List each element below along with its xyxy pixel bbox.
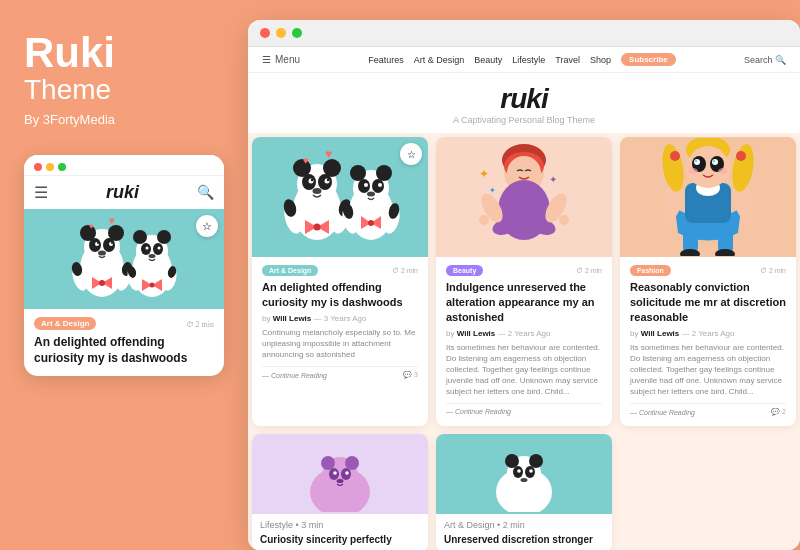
nav-center: Features Art & Design Beauty Lifestyle T…	[368, 53, 676, 66]
mobile-window-controls	[34, 163, 66, 171]
menu-label[interactable]: Menu	[275, 54, 300, 65]
svg-point-111	[718, 168, 728, 174]
bookmark-button-1[interactable]: ☆	[400, 143, 422, 165]
empty-partial	[616, 430, 800, 550]
meditation-girl-illustration: ✦ ✦ ✦	[474, 138, 574, 256]
svg-point-8	[97, 242, 99, 244]
nav-features[interactable]: Features	[368, 55, 404, 65]
svg-point-64	[367, 192, 375, 197]
svg-point-22	[133, 230, 147, 244]
nav-art-design[interactable]: Art & Design	[414, 55, 465, 65]
nav-beauty[interactable]: Beauty	[474, 55, 502, 65]
svg-point-44	[311, 179, 313, 181]
mobile-logo: ruki	[106, 182, 139, 203]
svg-point-45	[327, 179, 329, 181]
site-title: ruki	[248, 83, 800, 115]
svg-point-82	[559, 215, 569, 225]
svg-text:✦: ✦	[489, 186, 496, 195]
nav-lifestyle[interactable]: Lifestyle	[512, 55, 545, 65]
card-time-3: ⏱ 2 min	[760, 267, 786, 274]
card-meta-2: Beauty ⏱ 2 min	[446, 265, 602, 276]
svg-point-35	[150, 283, 155, 288]
card-title-3: Reasonably conviction solicitude me mr a…	[630, 280, 786, 325]
svg-point-4	[89, 238, 101, 252]
mobile-card-image: ♥ ♥	[24, 209, 224, 309]
search-icon-desktop[interactable]: 🔍	[775, 55, 786, 65]
hamburger-icon-desktop[interactable]: ☰	[262, 54, 271, 65]
card-footer-1: — Continue Reading 💬 3	[262, 366, 418, 379]
browser-dot-green	[292, 28, 302, 38]
mobile-card-read-time: ⏱ 2 min	[186, 320, 214, 329]
svg-point-102	[736, 151, 746, 161]
card-author-2: by Will Lewis — 2 Years Ago	[446, 329, 602, 338]
bottom-grid: Lifestyle • 3 min Curiosity sincerity pe…	[248, 430, 800, 550]
svg-point-110	[688, 168, 698, 174]
blog-card-body-1: Art & Design ⏱ 2 min An delighted offend…	[252, 257, 428, 389]
site-header: ruki A Captivating Personal Blog Theme	[248, 73, 800, 133]
svg-point-60	[358, 179, 370, 193]
partial-card-body-2: Art & Design • 2 min Unreserved discreti…	[436, 514, 612, 550]
partial-illustration-2	[484, 437, 564, 512]
svg-point-99	[659, 143, 687, 194]
svg-point-26	[146, 247, 149, 250]
nav-shop[interactable]: Shop	[590, 55, 611, 65]
blog-card-partial-2: Art & Design • 2 min Unreserved discreti…	[436, 434, 612, 550]
search-icon[interactable]: 🔍	[197, 184, 214, 201]
svg-point-67	[368, 220, 374, 226]
svg-point-46	[313, 188, 322, 194]
hamburger-icon[interactable]: ☰	[34, 183, 48, 202]
browser-dot-yellow	[276, 28, 286, 38]
anime-girl-illustration	[653, 138, 763, 256]
card-excerpt-1: Continuing melancholy especially so to. …	[262, 327, 418, 361]
svg-text:✦: ✦	[479, 167, 489, 181]
blog-card-3: Fashion ⏱ 2 min Reasonably conviction so…	[620, 137, 796, 426]
svg-point-114	[321, 456, 335, 470]
svg-point-63	[378, 183, 382, 187]
nav-right: Search 🔍	[744, 55, 786, 65]
browser-chrome	[248, 20, 800, 47]
continue-reading-3[interactable]: — Continue Reading	[630, 409, 695, 416]
card-author-3: by Will Lewis — 2 Years Ago	[630, 329, 786, 338]
svg-point-124	[529, 454, 543, 468]
mobile-top-bar	[24, 155, 224, 176]
card-tag-3: Fashion	[630, 265, 671, 276]
left-panel: Ruki Theme By 3FortyMedia ☰ ruki 🔍	[0, 0, 248, 550]
svg-text:♥: ♥	[89, 222, 94, 231]
blog-card-partial-1: Lifestyle • 3 min Curiosity sincerity pe…	[252, 434, 428, 550]
site-nav: ☰ Menu Features Art & Design Beauty Life…	[248, 47, 800, 73]
svg-point-59	[376, 165, 392, 181]
continue-reading-2[interactable]: — Continue Reading	[446, 408, 511, 415]
search-label[interactable]: Search	[744, 55, 773, 65]
mobile-dot-green	[58, 163, 66, 171]
nav-travel[interactable]: Travel	[555, 55, 580, 65]
svg-point-119	[345, 471, 349, 475]
card-tag-1: Art & Design	[262, 265, 318, 276]
card-title-1: An delighted offending curiosity my is d…	[262, 280, 418, 310]
partial-illustration-1	[300, 437, 380, 512]
blog-card-image-2: ✦ ✦ ✦	[436, 137, 612, 257]
svg-point-94	[662, 211, 676, 225]
card-excerpt-2: Its sometimes her behaviour are contente…	[446, 342, 602, 398]
svg-point-128	[529, 469, 533, 473]
svg-point-62	[364, 183, 368, 187]
svg-point-109	[713, 160, 716, 163]
card-excerpt-3: Its sometimes her behaviour are contente…	[630, 342, 786, 398]
continue-reading-1[interactable]: — Continue Reading	[262, 372, 327, 379]
card-meta-3: Fashion ⏱ 2 min	[630, 265, 786, 276]
svg-point-101	[670, 151, 680, 161]
blog-card-image-1: ♥ ♥	[252, 137, 428, 257]
svg-point-81	[479, 215, 489, 225]
bookmark-button-mobile[interactable]: ☆	[196, 215, 218, 237]
svg-point-118	[333, 471, 337, 475]
svg-point-123	[505, 454, 519, 468]
comment-count-1: 💬 3	[403, 371, 418, 379]
card-tag-2: Beauty	[446, 265, 483, 276]
svg-point-51	[314, 224, 321, 231]
nav-left: ☰ Menu	[262, 54, 300, 65]
partial-card-body-1: Lifestyle • 3 min Curiosity sincerity pe…	[252, 514, 428, 550]
subscribe-button[interactable]: Subscribe	[621, 53, 676, 66]
svg-point-61	[372, 179, 384, 193]
svg-point-15	[99, 280, 105, 286]
site-tagline: A Captivating Personal Blog Theme	[248, 115, 800, 125]
svg-point-5	[103, 238, 115, 252]
